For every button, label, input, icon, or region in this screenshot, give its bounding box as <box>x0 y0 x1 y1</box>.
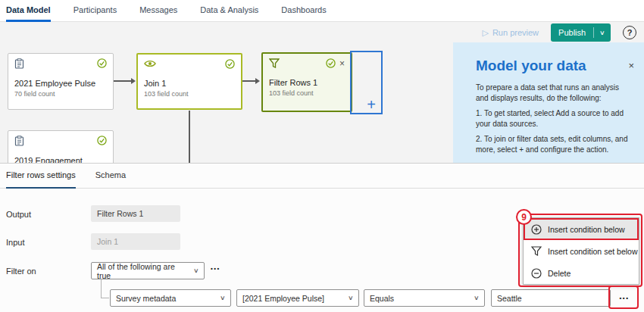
toolbar: ▷ Run preview Publish ∨ ? <box>482 22 644 43</box>
tab-data-analysis[interactable]: Data & Analysis <box>200 0 258 22</box>
menu-item-label: Delete <box>548 269 571 278</box>
node-field-count: 103 field count <box>144 90 235 98</box>
connector-arrow-icon <box>131 78 136 84</box>
menu-item-label: Insert condition set below <box>548 247 637 256</box>
condition-dataset-value: [2021 Employee Pulse] <box>242 294 324 303</box>
node-2021-employee-pulse[interactable]: 2021 Employee Pulse 70 field count <box>8 53 114 110</box>
help-button[interactable]: ? <box>623 26 636 39</box>
node-header <box>14 58 107 69</box>
node-join-1[interactable]: Join 1 103 field count <box>136 53 242 110</box>
node-title: Filter Rows 1 <box>269 78 345 87</box>
annotation-step-badge: 9 <box>516 209 532 225</box>
filter-icon <box>269 58 280 68</box>
condition-tree-connector <box>101 279 109 298</box>
tab-filter-rows-settings[interactable]: Filter rows settings <box>6 164 76 189</box>
help-panel: × Model your data To prepare a data set … <box>453 42 644 163</box>
settings-tabs: Filter rows settings Schema <box>0 164 644 189</box>
condition-operator-value: Equals <box>370 294 394 303</box>
publish-label: Publish <box>551 28 593 37</box>
chevron-down-icon: ∨ <box>348 295 354 301</box>
connector-line <box>242 80 256 82</box>
chevron-down-icon: ∨ <box>474 295 480 301</box>
node-filter-rows-1[interactable]: × Filter Rows 1 103 field count <box>261 52 352 112</box>
chevron-down-icon[interactable]: ∨ <box>592 30 613 36</box>
condition-field-value: Survey metadata <box>116 294 176 303</box>
document-icon <box>14 58 24 69</box>
tab-dashboards[interactable]: Dashboards <box>281 0 326 22</box>
condition-value-input[interactable] <box>491 289 611 307</box>
publish-button[interactable]: Publish ∨ <box>551 23 611 42</box>
help-panel-step-2: 2. To join or filter data sets, edit col… <box>476 134 632 155</box>
tab-participants[interactable]: Participants <box>73 0 117 22</box>
output-value-field[interactable]: Filter Rows 1 <box>91 205 180 222</box>
node-title: Join 1 <box>144 79 235 88</box>
connector-line <box>114 80 132 82</box>
node-header <box>14 136 107 146</box>
tab-schema[interactable]: Schema <box>95 164 126 189</box>
connector-line <box>189 111 190 163</box>
node-title: 2021 Employee Pulse <box>14 79 107 88</box>
check-circle-icon <box>97 58 107 68</box>
check-circle-icon <box>97 136 107 145</box>
node-field-count: 70 field count <box>14 90 107 98</box>
node-field-count: 103 field count <box>269 89 345 97</box>
model-canvas: ▷ Run preview Publish ∨ ? <box>0 22 644 163</box>
input-label: Input <box>6 238 24 247</box>
menu-item-delete[interactable]: Delete <box>524 262 639 284</box>
tab-data-model[interactable]: Data Model <box>6 0 51 22</box>
menu-item-insert-condition-set-below[interactable]: Insert condition set below <box>524 240 639 262</box>
check-circle-icon <box>326 58 336 68</box>
help-panel-step-1: 1. To get started, select Add a source t… <box>476 108 632 129</box>
condition-dataset-select[interactable]: [2021 Employee Pulse] ∨ <box>236 289 359 307</box>
minus-circle-icon <box>531 268 542 279</box>
help-panel-title: Model your data <box>476 58 632 74</box>
filter-logic-select[interactable]: All of the following are true ∨ <box>91 262 205 279</box>
check-circle-icon <box>225 59 235 69</box>
app-root: Data Model Participants Messages Data & … <box>0 0 644 312</box>
node-2019-engagement[interactable]: 2019 Engagement <box>8 130 114 163</box>
filter-on-label: Filter on <box>6 267 36 276</box>
help-panel-intro: To prepare a data set that runs an analy… <box>476 83 632 104</box>
tab-messages[interactable]: Messages <box>139 0 177 22</box>
menu-item-insert-condition-below[interactable]: Insert condition below <box>524 218 639 240</box>
connector-arrow-icon <box>255 78 260 84</box>
node-title: 2019 Engagement <box>14 156 107 163</box>
condition-field-select[interactable]: Survey metadata ∨ <box>110 289 231 307</box>
run-preview-button[interactable]: ▷ Run preview <box>482 28 539 38</box>
close-icon[interactable]: × <box>628 60 634 71</box>
top-nav: Data Model Participants Messages Data & … <box>0 0 644 22</box>
filter-settings-panel: Filter rows settings Schema Output Filte… <box>0 163 644 312</box>
run-preview-label: Run preview <box>492 28 539 37</box>
condition-more-button[interactable]: ••• <box>614 290 635 306</box>
node-header: × <box>269 58 345 68</box>
node-header <box>144 59 235 69</box>
document-icon <box>14 136 24 146</box>
input-value-field: Join 1 <box>91 233 180 250</box>
filter-on-more-button[interactable]: ••• <box>211 265 220 272</box>
condition-context-menu: Insert condition below Insert condition … <box>523 217 639 285</box>
chevron-down-icon: ∨ <box>220 295 226 301</box>
eye-icon <box>144 59 156 68</box>
plus-circle-icon <box>531 224 542 235</box>
close-icon[interactable]: × <box>339 60 345 67</box>
play-icon: ▷ <box>482 28 488 38</box>
output-label: Output <box>6 210 31 219</box>
condition-operator-select[interactable]: Equals ∨ <box>364 289 485 307</box>
filter-logic-value: All of the following are true <box>97 262 189 280</box>
plus-icon[interactable]: + <box>367 96 376 114</box>
chevron-down-icon: ∨ <box>193 267 199 274</box>
menu-item-label: Insert condition below <box>548 225 625 234</box>
node-status-group: × <box>326 58 345 68</box>
filter-icon <box>531 246 542 256</box>
add-action-slot[interactable]: + <box>350 51 383 114</box>
